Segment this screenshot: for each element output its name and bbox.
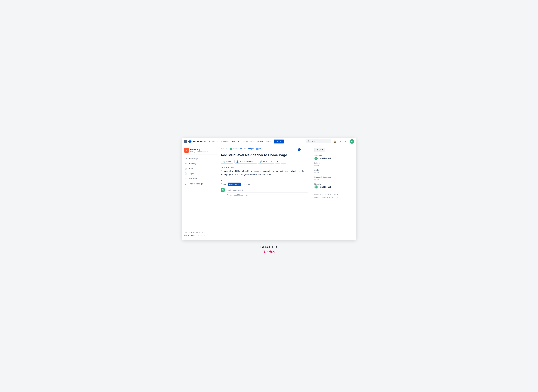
sidebar-label-roadmap: Roadmap xyxy=(189,157,198,160)
breadcrumb-projects[interactable]: Projects xyxy=(221,148,227,150)
breadcrumb-sep1: / xyxy=(228,148,229,150)
add-icon: ＋ xyxy=(184,177,187,180)
status-label: To Do xyxy=(316,149,322,151)
meta-dates: Created May 3, 2020, 7:51 PM Updated May… xyxy=(315,193,353,199)
learn-more-link[interactable]: Learn more xyxy=(197,234,205,236)
status-chevron-icon: ▾ xyxy=(322,149,323,151)
notification-button[interactable]: 🔔 xyxy=(333,139,337,144)
ticket-icon xyxy=(256,148,259,150)
content-area: Projects / Travel App / ✏ Add epic / TA-… xyxy=(217,145,312,240)
nav-right: 🔍 Search 🔔 ? ⚙ JH xyxy=(306,139,354,144)
search-box[interactable]: 🔍 Search xyxy=(306,140,331,143)
reporter-value[interactable]: JH Julia Haleniuk xyxy=(315,185,353,189)
breadcrumb-add-epic-link[interactable]: Add epic xyxy=(246,148,254,150)
project-header[interactable]: TA Travel App Next-gen software proje... xyxy=(182,147,217,155)
apps-chevron-icon: ▾ xyxy=(271,141,272,142)
sidebar-item-settings[interactable]: ⚙ Project settings xyxy=(182,181,217,186)
project-info: Travel App Next-gen software proje... xyxy=(190,148,214,153)
browser-window: Jira Software Your work Projects ▾ Filte… xyxy=(182,138,356,240)
sidebar-label-settings: Project settings xyxy=(189,182,203,185)
edit-icon: ✏ xyxy=(244,148,246,150)
sidebar-footer-text: You're in a next-gen project xyxy=(184,231,214,234)
create-button[interactable]: Create xyxy=(274,140,284,144)
breadcrumb-add-epic: ✏ Add epic xyxy=(244,148,254,150)
project-type: Next-gen software proje... xyxy=(190,151,214,153)
sidebar: TA Travel App Next-gen software proje...… xyxy=(182,145,217,240)
add-child-button[interactable]: 👤 Add a child issue xyxy=(234,160,257,163)
activity-show: Show: Comments History xyxy=(221,182,308,186)
travel-app-icon xyxy=(230,148,232,150)
project-icon: TA xyxy=(184,148,189,153)
breadcrumb-ticket: TA-2 xyxy=(256,148,263,150)
apps-nav[interactable]: Apps ▾ xyxy=(265,140,274,143)
give-feedback-link[interactable]: Give feedback xyxy=(184,234,195,236)
link-icon: 🔗 xyxy=(260,160,262,163)
status-dropdown[interactable]: To Do ▾ xyxy=(315,148,325,152)
tab-history[interactable]: History xyxy=(242,182,251,186)
share-icon: ⤴ xyxy=(302,148,304,151)
scaler-watermark: SCALER Topics xyxy=(260,245,278,254)
roadmap-icon: ⎇ xyxy=(184,157,187,160)
reporter-field: Reporter JH Julia Haleniuk xyxy=(315,183,353,189)
grid-icon[interactable] xyxy=(184,140,187,143)
attach-icon: 📎 xyxy=(223,160,225,163)
sidebar-item-pages[interactable]: 📄 Pages xyxy=(182,171,217,176)
search-placeholder: Search xyxy=(311,140,317,143)
projects-nav[interactable]: Projects ▾ xyxy=(219,140,231,143)
assignee-value[interactable]: JH Julia Haleniuk xyxy=(315,157,353,160)
comment-avatar: JH xyxy=(221,188,225,192)
link-issue-button[interactable]: 🔗 Link issue xyxy=(258,160,274,163)
nav-left: Jira Software xyxy=(184,140,206,143)
ellipsis-toolbar-button[interactable]: ··· xyxy=(281,160,286,163)
attach-button[interactable]: 📎 Attach xyxy=(221,160,233,163)
vote-button[interactable]: 1 xyxy=(298,148,301,151)
sidebar-label-add: Add item xyxy=(189,177,197,180)
your-work-nav[interactable]: Your work xyxy=(207,140,219,143)
scaler-text: SCALER xyxy=(260,245,278,249)
child-icon: 👤 xyxy=(236,160,239,163)
breadcrumb: Projects / Travel App / ✏ Add epic / TA-… xyxy=(221,148,263,150)
share-button[interactable]: ⤴ xyxy=(302,148,304,151)
settings-button[interactable]: ⚙ xyxy=(344,139,348,144)
activity-label: Activity xyxy=(221,179,308,182)
jira-diamond-icon xyxy=(188,140,192,143)
reporter-label: Reporter xyxy=(315,183,353,185)
description-label: Description xyxy=(221,166,308,169)
labels-value[interactable]: None xyxy=(315,164,353,167)
people-nav[interactable]: People xyxy=(256,140,265,143)
sprint-value[interactable]: None xyxy=(315,172,353,174)
sidebar-footer-links: Give feedback Learn more xyxy=(184,234,214,236)
description-section: Description As a user, I would like to b… xyxy=(221,166,308,176)
story-points-label: Story point estimate xyxy=(315,176,353,178)
story-points-value[interactable]: None xyxy=(315,178,353,181)
project-name: Travel App xyxy=(190,148,214,151)
more-toolbar-button[interactable]: ▾ xyxy=(275,160,280,163)
user-avatar[interactable]: JH xyxy=(350,139,354,144)
help-button[interactable]: ? xyxy=(338,139,343,144)
breadcrumb-sep2: / xyxy=(243,148,243,150)
tab-comments[interactable]: Comments xyxy=(228,182,241,186)
filters-chevron-icon: ▾ xyxy=(238,141,239,142)
activity-section: Activity Show: Comments History JH Add a… xyxy=(221,179,308,196)
backlog-icon: ☰ xyxy=(184,162,187,165)
sidebar-item-add[interactable]: ＋ Add item xyxy=(182,176,217,181)
breadcrumb-ticket-link[interactable]: TA-2 xyxy=(259,148,263,150)
labels-field: Labels None xyxy=(315,162,353,167)
sidebar-item-roadmap[interactable]: ⎇ Roadmap xyxy=(182,156,217,161)
sidebar-item-backlog[interactable]: ☰ Backlog xyxy=(182,161,217,166)
description-text: As a user, I would like to be able to ac… xyxy=(221,170,308,176)
more-button[interactable]: ··· xyxy=(305,148,308,151)
board-icon: ⊞ xyxy=(184,167,187,170)
comment-input[interactable]: Add a comment... xyxy=(227,188,308,193)
breadcrumb-sep3: / xyxy=(255,148,255,150)
sprint-label: Sprint xyxy=(315,169,353,171)
breadcrumb-travel-app[interactable]: Travel App xyxy=(233,148,242,150)
project-settings-icon: ⚙ xyxy=(184,182,187,185)
sidebar-footer: You're in a next-gen project Give feedba… xyxy=(182,229,217,238)
main-layout: TA Travel App Next-gen software proje...… xyxy=(182,145,356,240)
comment-input-area: JH Add a comment... xyxy=(221,188,308,193)
filters-nav[interactable]: Filters ▾ xyxy=(231,140,240,143)
sidebar-item-board[interactable]: ⊞ Board xyxy=(182,166,217,171)
dashboards-chevron-icon: ▾ xyxy=(253,141,254,142)
dashboards-nav[interactable]: Dashboards ▾ xyxy=(241,140,255,143)
